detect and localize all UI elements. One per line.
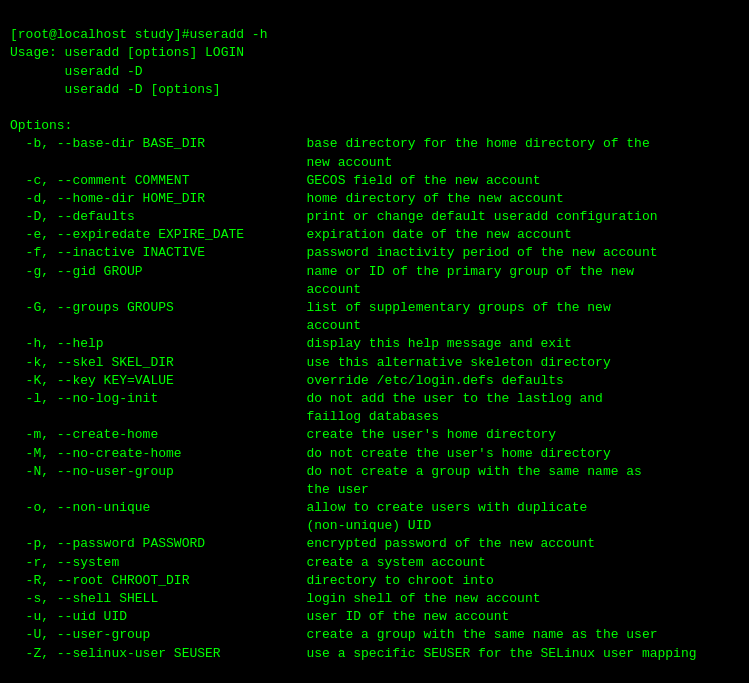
- terminal-window: [root@localhost study]#useradd -h: [10, 8, 739, 44]
- prompt: [root@localhost study]#: [10, 27, 189, 42]
- terminal-output: Usage: useradd [options] LOGIN useradd -…: [10, 44, 739, 662]
- command-text: useradd -h: [189, 27, 267, 42]
